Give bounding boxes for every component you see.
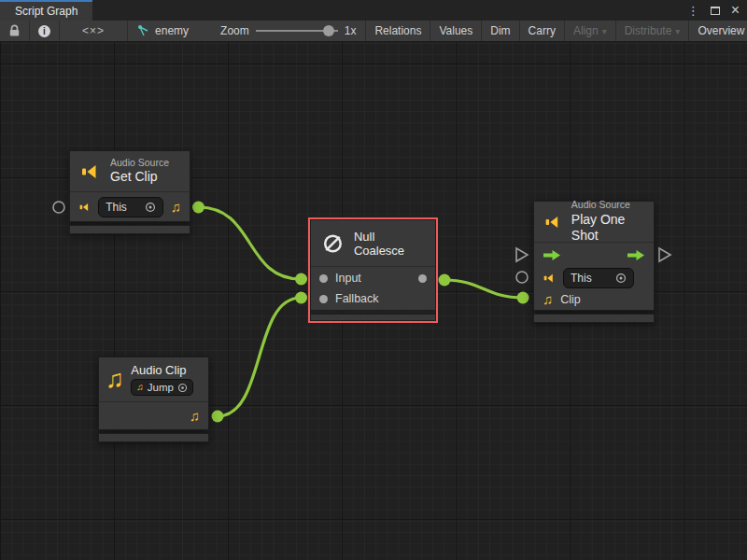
music-note-icon: ♫: [171, 200, 181, 214]
wire-audioclip-to-fallback: [218, 298, 301, 416]
node-title: Null Coalesce: [354, 230, 426, 258]
node-null-coalesce[interactable]: Null Coalesce Input Fallback: [308, 217, 438, 323]
audio-clip-field[interactable]: ♫ Jump: [131, 379, 193, 396]
titlebar-controls: ⋮ ×: [687, 0, 747, 21]
target-port-row: This: [534, 267, 654, 288]
info-icon: i: [38, 25, 50, 37]
script-graph-window: Script Graph ⋮ × i <×>: [0, 0, 747, 560]
input-port-label: Input: [335, 272, 361, 285]
node-footer: [69, 225, 190, 234]
zoom-label: Zoom: [220, 24, 249, 37]
overview-button[interactable]: Overview: [688, 21, 747, 41]
node-category: Audio Source: [571, 199, 644, 211]
lock-button[interactable]: [0, 21, 30, 41]
node-header: Null Coalesce: [311, 220, 435, 267]
node-title: Get Clip: [110, 169, 169, 186]
node-get-clip[interactable]: Audio Source Get Clip This: [69, 150, 190, 234]
fallback-port-icon[interactable]: [319, 295, 328, 303]
graph-toolbar: i <×> enemy Zoom 1x Relations Values: [0, 21, 747, 42]
zoom-value: 1x: [345, 24, 357, 37]
graph-name: enemy: [155, 24, 189, 37]
object-picker-icon[interactable]: [615, 273, 627, 284]
toolbar-buttons: Relations Values Dim Carry Align ▾ Distr…: [365, 21, 747, 41]
object-picker-icon[interactable]: [177, 383, 188, 393]
distribute-button[interactable]: Distribute ▾: [615, 21, 689, 41]
flow-port-row: [534, 243, 654, 267]
port-play-flow-in: [516, 248, 528, 261]
flow-arrow-in-icon[interactable]: [543, 249, 561, 261]
audio-source-icon: [543, 272, 556, 285]
node-audio-clip[interactable]: ♫ Audio Clip ♫ Jump: [98, 357, 209, 442]
music-note-icon: ♫: [136, 383, 144, 392]
port-getclip-target: [53, 202, 64, 213]
carry-button[interactable]: Carry: [519, 21, 564, 41]
tab-script-graph[interactable]: Script Graph: [0, 0, 92, 21]
audio-source-icon: [543, 211, 563, 233]
graph-canvas[interactable]: Audio Source Get Clip This: [0, 42, 747, 560]
close-icon[interactable]: ×: [731, 3, 740, 18]
node-footer: [310, 314, 436, 321]
input-port-icon[interactable]: [319, 274, 328, 283]
fallback-port-label: Fallback: [335, 292, 379, 305]
zoom-slider[interactable]: [256, 25, 338, 36]
node-header: ♫ Audio Clip ♫ Jump: [99, 357, 208, 402]
input-port-row: Input: [311, 268, 435, 288]
wire-getclip-to-input: [199, 207, 301, 279]
relations-button[interactable]: Relations: [365, 21, 430, 41]
node-title: Play One Shot: [571, 212, 644, 245]
dim-button[interactable]: Dim: [481, 21, 518, 41]
output-port-row: ♫: [99, 402, 208, 429]
null-coalesce-icon: [320, 231, 345, 257]
audio-clip-icon: ♫: [106, 367, 124, 392]
zoom-control: Zoom 1x: [211, 21, 365, 41]
port-null-input: [295, 273, 307, 286]
port-play-flow-out: [659, 248, 670, 261]
align-button[interactable]: Align ▾: [564, 21, 615, 41]
port-audioclip-output: [212, 411, 224, 423]
target-field[interactable]: This: [563, 268, 634, 288]
audio-source-icon: [79, 161, 102, 183]
chevron-down-icon: ▾: [602, 26, 607, 36]
tab-bar: Script Graph ⋮ ×: [0, 0, 747, 21]
values-button[interactable]: Values: [430, 21, 481, 41]
node-category: Audio Source: [110, 157, 169, 169]
result-port-icon[interactable]: [418, 274, 427, 283]
clip-port-label: Clip: [560, 293, 581, 306]
graph-icon: [137, 24, 150, 37]
port-getclip-output: [192, 202, 204, 214]
port-null-output: [439, 274, 451, 287]
clip-port-row: ♫ Clip: [534, 288, 654, 310]
wire-null-to-clip: [444, 280, 523, 298]
music-note-icon: ♫: [190, 409, 200, 423]
graph-reference[interactable]: enemy: [128, 21, 198, 41]
window-menu-icon[interactable]: ⋮: [687, 5, 699, 17]
flow-arrow-out-icon[interactable]: [627, 249, 645, 261]
music-note-icon: ♫: [543, 292, 553, 306]
info-button[interactable]: i: [30, 21, 60, 41]
target-field[interactable]: This: [98, 197, 163, 217]
tab-title: Script Graph: [15, 5, 78, 18]
audio-source-icon: [78, 201, 91, 214]
port-play-target: [516, 272, 528, 283]
node-header: Audio Source Play One Shot: [534, 202, 654, 243]
node-title: Audio Clip: [131, 363, 186, 377]
node-footer: [98, 433, 209, 442]
object-picker-icon[interactable]: [145, 202, 156, 213]
code-icon: <×>: [82, 24, 105, 37]
port-play-clip-input: [517, 292, 529, 304]
chevron-down-icon: ▾: [675, 26, 680, 36]
zoom-slider-handle[interactable]: [323, 25, 334, 36]
port-null-fallback: [295, 292, 307, 304]
maximize-icon[interactable]: [711, 7, 720, 15]
node-header: Audio Source Get Clip: [70, 151, 190, 192]
node-play-one-shot[interactable]: Audio Source Play One Shot: [533, 201, 655, 323]
lock-icon: [8, 24, 21, 37]
code-view-button[interactable]: <×>: [60, 21, 128, 41]
fallback-port-row: Fallback: [311, 288, 435, 309]
target-port-row: This ♫: [70, 192, 190, 221]
node-footer: [533, 314, 655, 323]
